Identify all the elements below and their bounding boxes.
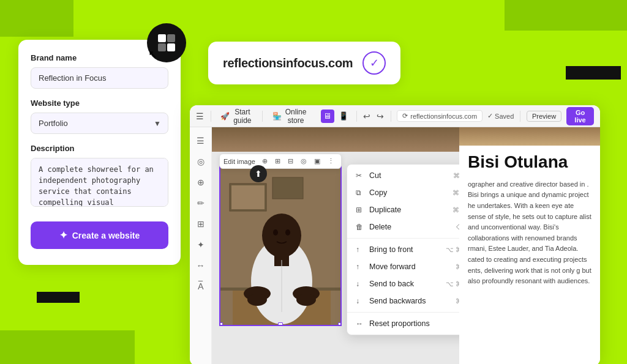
edit-eye-icon[interactable]: ◎ [298, 156, 310, 166]
content-top-strip [459, 127, 600, 146]
online-store-button[interactable]: 🏪 Online store [269, 106, 311, 126]
editor-main: ☰ ◎ ⊕ ✏ ⊞ ✦ ↔ A̅ Edit image ⊕ ⊞ ⊟ ◎ ▣ ⋮ [190, 127, 600, 364]
send-back-icon: ↓ [356, 280, 364, 288]
divider [262, 111, 263, 122]
bg-decoration-topright [505, 0, 627, 31]
svg-rect-3 [167, 43, 175, 51]
left-panel: Brand name Website type Portfolio Blog E… [18, 40, 181, 265]
logo [147, 23, 186, 62]
ctx-delete[interactable]: 🗑 Delete ⌫ [347, 218, 459, 236]
svg-point-15 [285, 229, 290, 236]
ctx-copy[interactable]: ⧉ Copy ⌘ C [347, 184, 459, 201]
edit-more-icon[interactable]: ⋮ [325, 156, 337, 166]
ctx-divider2 [347, 312, 459, 313]
ctx-bring-front[interactable]: ↑ Bring to front ⌥ ⌘ ] [347, 241, 459, 258]
ctx-divider [347, 238, 459, 239]
edit-resize-icon[interactable]: ⊞ [272, 156, 283, 166]
edit-duplicate-icon[interactable]: ⊟ [285, 156, 296, 166]
refresh-icon: ⟳ [402, 112, 408, 120]
selection-handle-bm[interactable] [278, 322, 283, 326]
bg-decoration-topleft [0, 0, 73, 37]
edit-settings-icon[interactable]: ▣ [311, 156, 323, 166]
url-bar: reflectionsinfocus.com ✓ [208, 42, 400, 84]
edit-image-label: Edit image [223, 158, 255, 165]
website-type-select-wrapper: Portfolio Blog E-commerce Business ▼ [31, 113, 168, 134]
svg-rect-6 [231, 185, 265, 209]
sidebar-media-icon[interactable]: ⊞ [192, 215, 209, 232]
bg-black-bar-bottom [37, 292, 80, 303]
menu-icon[interactable]: ☰ [196, 110, 205, 122]
divider [211, 111, 211, 122]
saved-badge: ✓ Saved [487, 112, 514, 120]
ctx-send-back[interactable]: ↓ Send to back ⌥ ⌘ [ [347, 275, 459, 292]
golive-button[interactable]: Go live [566, 107, 594, 125]
sidebar-translate-icon[interactable]: A̅ [192, 278, 209, 295]
mobile-icon[interactable]: 📱 [337, 110, 350, 123]
svg-point-12 [262, 214, 301, 258]
sidebar-shapes-icon[interactable]: ⊕ [192, 174, 209, 191]
svg-rect-7 [272, 177, 303, 199]
brand-name-input[interactable] [31, 67, 168, 89]
editor-sidebar: ☰ ◎ ⊕ ✏ ⊞ ✦ ↔ A̅ [190, 127, 212, 364]
canvas-top-strip [212, 127, 459, 152]
desktop-icon[interactable]: 🖥 [321, 110, 334, 123]
copy-icon: ⧉ [356, 188, 364, 197]
ctx-send-backwards[interactable]: ↓ Send backwards ⌘ [ [347, 292, 459, 310]
svg-rect-2 [158, 43, 166, 51]
ctx-move-forward[interactable]: ↑ Move forward ⌘ ] [347, 258, 459, 275]
send-backwards-icon: ↓ [356, 297, 364, 305]
selection-handle-br[interactable] [338, 322, 342, 326]
selection-handle-bl[interactable] [219, 322, 223, 326]
upload-badge[interactable]: ⬆ [250, 165, 267, 182]
bg-black-bar-right [566, 66, 621, 80]
check-icon: ✓ [362, 51, 386, 75]
redo-icon[interactable]: ↪ [376, 110, 385, 122]
svg-rect-0 [158, 34, 166, 42]
svg-point-14 [273, 229, 278, 236]
move-forward-icon: ↑ [356, 262, 364, 271]
sidebar-text-icon[interactable]: ✏ [192, 195, 209, 212]
ctx-cut[interactable]: ✂ Cut ⌘ X [347, 167, 459, 184]
ctx-duplicate[interactable]: ⊞ Duplicate ⌘ D [347, 201, 459, 218]
editor-url-bar: ⟳ reflectionsinfocus.com [397, 110, 482, 122]
preview-button[interactable]: Preview [527, 111, 561, 122]
device-icons: 🖥 📱 [321, 110, 350, 123]
duplicate-icon: ⊞ [356, 206, 364, 214]
create-btn-label: Create a website [72, 231, 140, 240]
divider [391, 111, 391, 122]
reset-icon: ↔ [356, 319, 364, 328]
content-body: ographer and creative director based in … [468, 179, 591, 287]
ctx-reset-proportions[interactable]: ↔ Reset proportions [347, 315, 459, 332]
website-type-select[interactable]: Portfolio Blog E-commerce Business [31, 113, 168, 134]
editor-topbar: ☰ 🚀 Start guide 🏪 Online store 🖥 📱 ↩ ↪ ⟳… [190, 105, 600, 127]
sidebar-layers-icon[interactable]: ◎ [192, 153, 209, 170]
person-photo [220, 165, 342, 326]
editor-canvas: Edit image ⊕ ⊞ ⊟ ◎ ▣ ⋮ ⬆ [212, 127, 459, 364]
store-icon: 🏪 [272, 112, 282, 121]
svg-point-18 [247, 294, 267, 306]
sidebar-add-icon[interactable]: ☰ [192, 132, 209, 149]
create-website-button[interactable]: ✦ Create a website [31, 221, 168, 249]
edit-crop-icon[interactable]: ⊕ [259, 156, 271, 166]
description-textarea[interactable]: A complete showreel for an independent p… [31, 158, 168, 207]
divider [356, 111, 357, 122]
sidebar-apps-icon[interactable]: ✦ [192, 236, 209, 253]
editor-window: ☰ 🚀 Start guide 🏪 Online store 🖥 📱 ↩ ↪ ⟳… [190, 105, 600, 364]
svg-point-19 [296, 294, 316, 306]
brand-name-label: Brand name [31, 53, 168, 62]
cut-icon: ✂ [356, 171, 364, 180]
rocket-icon: 🚀 [220, 112, 230, 121]
start-guide-button[interactable]: 🚀 Start guide [217, 106, 256, 126]
undo-icon[interactable]: ↩ [363, 110, 372, 122]
context-menu: ✂ Cut ⌘ X ⧉ Copy ⌘ C ⊞ Duplicate [347, 164, 459, 335]
create-btn-icon: ✦ [59, 229, 67, 241]
editor-content-area: Bisi Otulana ographer and creative direc… [459, 127, 600, 364]
url-text: reflectionsinfocus.com [223, 56, 353, 70]
website-type-label: Website type [31, 98, 168, 108]
description-label: Description [31, 144, 168, 153]
bring-front-icon: ↑ [356, 245, 364, 254]
sidebar-move-icon[interactable]: ↔ [192, 257, 209, 274]
delete-icon: 🗑 [356, 223, 364, 231]
divider [520, 111, 520, 122]
canvas-selected-image[interactable] [219, 164, 342, 326]
